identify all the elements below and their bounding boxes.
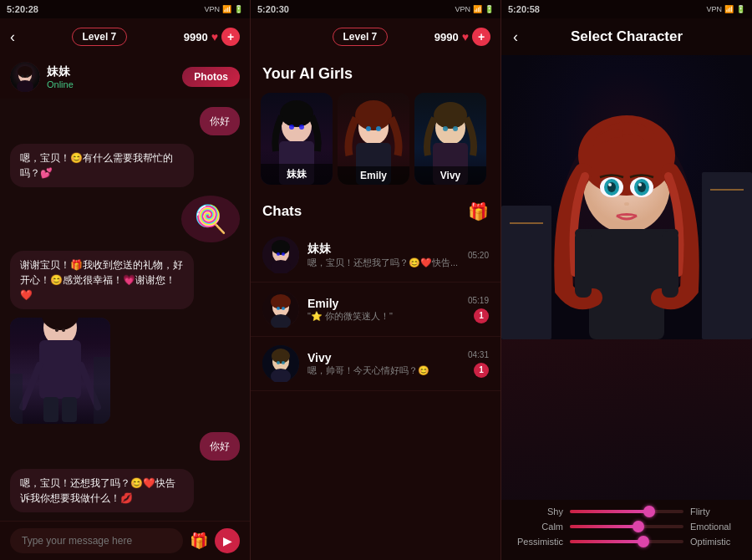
- chat-msg-vivy: 嗯，帅哥！今天心情好吗？😊: [307, 364, 460, 377]
- girl-label-emily: Emily: [338, 166, 409, 185]
- chat-time-妹妹: 05:20: [468, 251, 489, 260]
- chat-name-vivy: Vivy: [307, 351, 460, 364]
- messages-area: 你好 嗯，宝贝！😊有什么需要我帮忙的吗？💕 🍭 谢谢宝贝！🎁我收到您送的礼物，好…: [0, 99, 250, 521]
- message-sent-2: 你好: [200, 432, 240, 461]
- svg-point-17: [62, 328, 65, 332]
- chat-list-item-vivy[interactable]: Vivy 嗯，帅哥！今天心情好吗？😊 04:31 1: [251, 337, 500, 391]
- coins-area-left: 9990 ♥ +: [184, 28, 240, 46]
- back-button-right[interactable]: ‹: [513, 28, 518, 46]
- svg-rect-9: [39, 340, 81, 399]
- chats-title: Chats: [262, 203, 302, 220]
- chat-input-area: 🎁 ▶: [0, 521, 250, 560]
- top-nav-mid: Level 7 9990 ♥ +: [251, 18, 500, 55]
- svg-rect-14: [10, 374, 23, 424]
- back-button-left[interactable]: ‹: [10, 28, 15, 46]
- level-badge-left: Level 7: [72, 28, 128, 46]
- svg-point-70: [608, 183, 612, 186]
- girl-label-妹妹: 妹妹: [261, 164, 333, 185]
- svg-point-21: [289, 125, 294, 130]
- svg-rect-58: [710, 189, 744, 191]
- svg-rect-55: [501, 206, 551, 339]
- chat-avatar-vivy: [262, 345, 299, 382]
- svg-point-32: [434, 102, 467, 129]
- chat-name-emily: Emily: [307, 297, 460, 310]
- message-received-3: 嗯，宝贝！还想我了吗？😊❤️快告诉我你想要我做什么！💋: [10, 469, 194, 512]
- chat-name: 妹妹: [47, 64, 74, 79]
- chat-header-info: 妹妹 Online: [47, 64, 74, 89]
- svg-rect-57: [510, 222, 543, 224]
- slider-label-pessimistic: Pessimistic: [513, 537, 563, 547]
- chat-avatar-妹妹: [262, 237, 299, 273]
- svg-point-2: [18, 66, 33, 78]
- gift-icon-button[interactable]: 🎁: [468, 201, 489, 221]
- svg-point-50: [272, 349, 290, 364]
- svg-point-39: [277, 252, 280, 256]
- chat-avatar-emily: [262, 291, 299, 328]
- slider-track-3: [570, 540, 683, 543]
- character-panel: 5:20:58 VPN 📶 🔋 ‹ Select Character: [501, 0, 752, 560]
- slider-label-optimistic: Optimistic: [690, 537, 740, 547]
- time-mid: 5:20:30: [257, 4, 289, 14]
- status-bar-left: 5:20:28 VPN 📶 🔋: [0, 0, 250, 18]
- svg-point-40: [282, 252, 285, 256]
- chat-list-item-妹妹[interactable]: 妹妹 嗯，宝贝！还想我了吗？😊❤️快告... 05:20: [251, 228, 500, 283]
- add-coins-button-left[interactable]: +: [221, 28, 240, 46]
- svg-point-28: [376, 126, 381, 131]
- gift-button[interactable]: 🎁: [190, 532, 208, 550]
- svg-point-34: [453, 126, 458, 131]
- svg-point-71: [638, 183, 642, 186]
- svg-rect-13: [62, 397, 77, 422]
- top-nav-left: ‹ Level 7 9990 ♥ +: [0, 18, 250, 55]
- svg-point-26: [355, 100, 392, 130]
- slider-row-pess-opt: Pessimistic Optimistic: [513, 537, 740, 547]
- character-preview: [501, 55, 752, 500]
- svg-rect-60: [589, 231, 664, 339]
- svg-rect-12: [43, 397, 58, 422]
- svg-point-52: [282, 361, 285, 364]
- svg-point-33: [443, 126, 448, 131]
- svg-point-4: [27, 75, 29, 78]
- status-icons-left: VPN 📶 🔋: [204, 5, 243, 13]
- photos-button[interactable]: Photos: [182, 67, 240, 87]
- coins-value-left: 9990: [184, 31, 208, 43]
- chat-info-vivy: Vivy 嗯，帅哥！今天心情好吗？😊: [307, 351, 460, 377]
- chat-right-妹妹: 05:20: [468, 251, 489, 260]
- chat-info-妹妹: 妹妹 嗯，宝贝！还想我了吗？😊❤️快告...: [307, 242, 460, 269]
- status-bar-right: 5:20:58 VPN 📶 🔋: [501, 0, 752, 18]
- svg-point-38: [272, 240, 290, 255]
- character-svg: [501, 55, 752, 339]
- status-icons-mid: VPN 📶 🔋: [455, 5, 494, 13]
- slider-track-1: [570, 510, 683, 513]
- chat-right-vivy: 04:31 1: [468, 350, 489, 378]
- top-nav-right: ‹ Select Character: [501, 18, 752, 55]
- status-icons-right: VPN 📶 🔋: [706, 5, 745, 13]
- chat-right-emily: 05:19 1: [468, 296, 489, 323]
- avatar-main: [10, 62, 40, 92]
- chat-list-item-emily[interactable]: Emily "⭐ 你的微笑迷人！" 05:19 1: [251, 283, 500, 337]
- send-button[interactable]: ▶: [215, 528, 240, 553]
- chat-panel: 5:20:28 VPN 📶 🔋 ‹ Level 7 9990 ♥ +: [0, 0, 251, 560]
- status-bar-mid: 5:20:30 VPN 📶 🔋: [251, 0, 500, 18]
- chat-time-vivy: 04:31: [468, 350, 489, 359]
- svg-point-3: [22, 75, 24, 78]
- chat-header: 妹妹 Online Photos: [0, 55, 250, 99]
- girl-card-妹妹[interactable]: 妹妹: [261, 93, 333, 185]
- slider-row-calm-emotional: Calm Emotional: [513, 522, 740, 532]
- unread-badge-emily: 1: [474, 308, 489, 323]
- heart-icon-left: ♥: [211, 30, 218, 43]
- add-coins-button-mid[interactable]: +: [472, 28, 490, 46]
- girl-card-emily[interactable]: Emily: [338, 93, 409, 185]
- slider-label-shy: Shy: [513, 507, 563, 517]
- svg-rect-15: [94, 357, 110, 424]
- chat-name-妹妹: 妹妹: [307, 242, 460, 257]
- chat-input[interactable]: [10, 528, 183, 553]
- coins-area-mid: 9990 ♥ +: [434, 28, 490, 46]
- slider-label-emotional: Emotional: [690, 522, 740, 532]
- chat-msg-emily: "⭐ 你的微笑迷人！": [307, 310, 460, 323]
- svg-point-27: [366, 126, 371, 131]
- gift-message: 🍭: [181, 196, 240, 242]
- chat-info-emily: Emily "⭐ 你的微笑迷人！": [307, 297, 460, 323]
- svg-rect-56: [702, 172, 752, 339]
- svg-point-72: [624, 202, 629, 206]
- girl-card-vivy[interactable]: Vivy: [414, 93, 486, 185]
